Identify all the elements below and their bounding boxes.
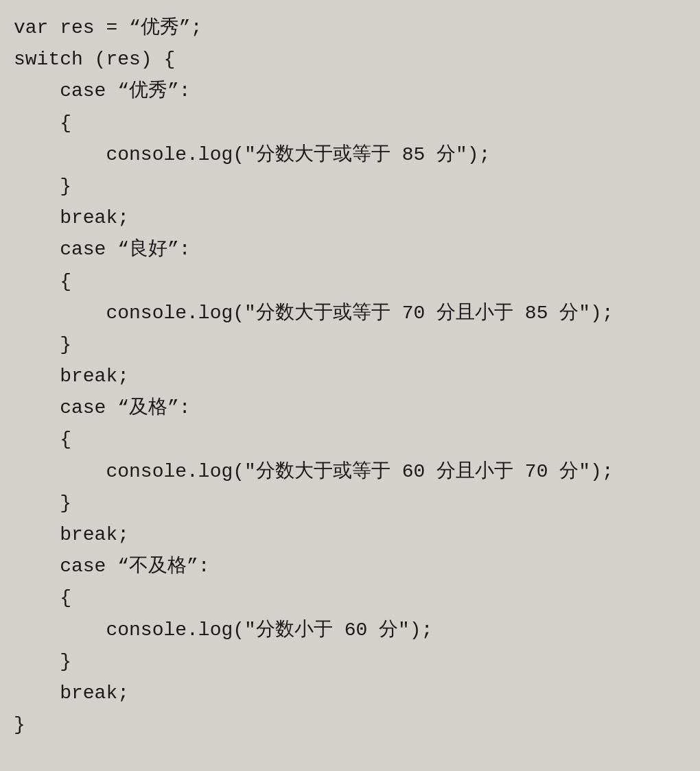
code-line: case “及格”: bbox=[14, 392, 686, 424]
code-line: } bbox=[14, 709, 686, 741]
code-line: case “良好”: bbox=[14, 234, 686, 265]
code-line: { bbox=[14, 582, 686, 614]
code-line: } bbox=[14, 329, 686, 361]
code-display: var res = “优秀”;switch (res) { case “优秀”:… bbox=[14, 12, 686, 741]
code-line: } bbox=[14, 171, 686, 202]
code-line: console.log("分数大于或等于 60 分且小于 70 分"); bbox=[14, 456, 686, 488]
code-line: console.log("分数大于或等于 85 分"); bbox=[14, 139, 686, 171]
code-line: break; bbox=[14, 678, 686, 709]
code-line: switch (res) { bbox=[14, 44, 686, 75]
code-line: case “不及格”: bbox=[14, 551, 686, 582]
code-line: break; bbox=[14, 519, 686, 551]
code-line: { bbox=[14, 424, 686, 455]
code-line: case “优秀”: bbox=[14, 75, 686, 107]
code-line: console.log("分数大于或等于 70 分且小于 85 分"); bbox=[14, 298, 686, 329]
code-line: break; bbox=[14, 361, 686, 392]
code-line: var res = “优秀”; bbox=[14, 12, 686, 44]
code-line: { bbox=[14, 108, 686, 139]
code-line: console.log("分数小于 60 分"); bbox=[14, 615, 686, 646]
code-line: } bbox=[14, 488, 686, 519]
code-line: } bbox=[14, 646, 686, 678]
code-line: { bbox=[14, 266, 686, 298]
code-line: break; bbox=[14, 202, 686, 234]
